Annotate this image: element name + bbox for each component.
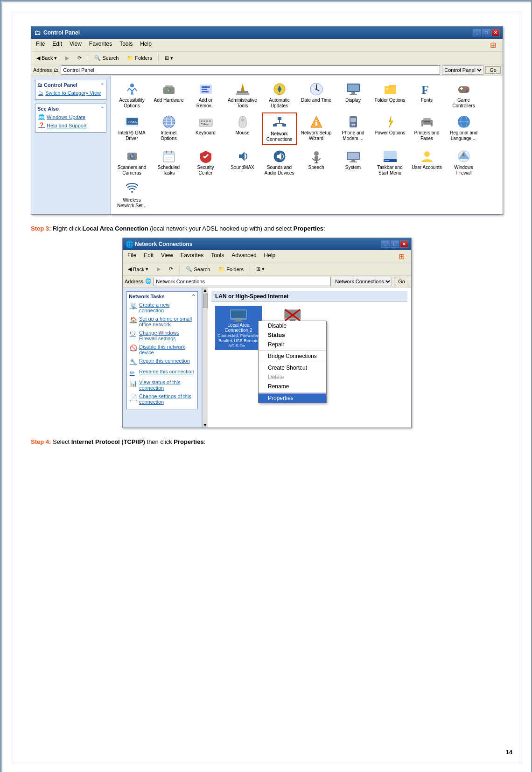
cp-icon-taskbar[interactable]: Taskbar andStart Menu — [372, 147, 407, 178]
ctx-rename[interactable]: Rename — [259, 382, 326, 391]
refresh-button[interactable]: ⟳ — [74, 54, 85, 63]
cp-icon-add-remove[interactable]: Add orRemov... — [188, 80, 223, 111]
ctx-status[interactable]: Status — [259, 330, 326, 340]
go-button[interactable]: Go — [485, 66, 501, 74]
maximize-button[interactable]: □ — [482, 29, 490, 36]
menu-edit[interactable]: Edit — [49, 40, 65, 50]
address-input[interactable] — [61, 65, 440, 75]
net-menu-help[interactable]: Help — [261, 251, 279, 262]
ctx-properties[interactable]: Properties — [259, 393, 326, 403]
cp-icon-wireless-network[interactable]: WirelessNetwork Set... — [114, 180, 149, 211]
net-close-button[interactable]: ✕ — [400, 240, 408, 248]
cp-icon-user-accounts[interactable]: User Accounts — [409, 147, 444, 178]
cp-icon-regional-language[interactable]: Regional andLanguage ... — [446, 112, 481, 145]
cp-icon-network-setup[interactable]: Network SetupWizard — [299, 112, 334, 145]
cp-icon-windows-firewall[interactable]: WindowsFirewall — [446, 147, 481, 178]
forward-arrow-icon: ▶ — [65, 55, 69, 61]
net-task-repair[interactable]: 🔧 Repair this connection — [129, 358, 196, 366]
cp-icon-scheduled-tasks[interactable]: ScheduledTasks — [151, 147, 186, 178]
ctx-repair[interactable]: Repair — [259, 340, 326, 349]
net-forward-button[interactable]: ▶ — [154, 265, 164, 274]
cp-icon-admin-tools[interactable]: AdministrativeTools — [225, 80, 260, 111]
menu-tools[interactable]: Tools — [117, 40, 135, 50]
cp-icon-soundmax[interactable]: SoundMAX — [225, 147, 260, 178]
net-task-view-status[interactable]: 📊 View status of this connection — [129, 379, 196, 391]
net-task-disable[interactable]: 🚫 Disable this network device — [129, 344, 196, 356]
net-sidebar-scrollbar[interactable]: ▲ ▼ — [202, 288, 208, 428]
cp-icon-network-connections[interactable]: NetworkConnections — [262, 112, 297, 145]
net-maximize-button[interactable]: □ — [391, 240, 399, 248]
net-address-input[interactable] — [154, 277, 331, 286]
net-search-button[interactable]: 🔍 Search — [182, 265, 213, 274]
svg-point-67 — [131, 154, 132, 155]
cp-icon-game-controllers[interactable]: GameControllers — [446, 80, 481, 111]
net-menu-file[interactable]: File — [125, 251, 139, 262]
intel-gma-label: Intel(R) GMADriver — [118, 130, 145, 141]
folders-button[interactable]: 📁 Folders — [124, 54, 155, 63]
minimize-button[interactable]: _ — [473, 29, 481, 36]
menu-view[interactable]: View — [67, 40, 84, 50]
fonts-icon: F — [420, 82, 434, 97]
cp-icon-folder-options[interactable]: Folder Options — [372, 80, 407, 111]
net-task-firewall[interactable]: 🛡 Change Windows Firewall settings — [129, 330, 196, 342]
cp-icon-auto-updates[interactable]: AutomaticUpdates — [262, 80, 297, 111]
net-folders-button[interactable]: 📁 Folders — [215, 265, 247, 274]
net-minimize-button[interactable]: _ — [381, 240, 390, 248]
net-task-create[interactable]: 📡 Create a new connection — [129, 302, 196, 314]
net-menu-view[interactable]: View — [158, 251, 176, 262]
address-dropdown[interactable]: Control Panel — [442, 65, 483, 75]
cp-icon-phone-modem[interactable]: Phone andModem ... — [336, 112, 371, 145]
net-menu-favorites[interactable]: Favorites — [178, 251, 206, 262]
view-button[interactable]: ⊞ ▾ — [161, 54, 176, 63]
ctx-create-shortcut[interactable]: Create Shortcut — [259, 363, 326, 372]
cp-icon-keyboard[interactable]: Keyboard — [188, 112, 223, 145]
scrollbar-thumb[interactable] — [203, 294, 208, 308]
ctx-disable[interactable]: Disable — [259, 321, 326, 330]
cp-icon-sounds-audio[interactable]: Sounds andAudio Devices — [262, 147, 297, 178]
switch-category-link[interactable]: 🗂 Switch to Category View — [37, 90, 104, 96]
help-support-link[interactable]: ❓ Help and Support — [37, 122, 104, 129]
back-button[interactable]: ◀ Back ▾ — [33, 54, 60, 63]
cp-icon-display[interactable]: Display — [336, 80, 371, 111]
cp-icon-fonts[interactable]: F Fonts — [409, 80, 444, 111]
forward-button[interactable]: ▶ — [62, 54, 72, 63]
step3-text-2: (local network your ADSL hooked up with)… — [150, 225, 293, 232]
net-back-button[interactable]: ◀ Back ▾ — [125, 265, 152, 274]
net-task-view-status-icon: 📊 — [130, 380, 137, 387]
cp-icon-speech[interactable]: Speech — [299, 147, 334, 178]
net-menu-tools[interactable]: Tools — [208, 251, 227, 262]
user-accounts-label: User Accounts — [412, 165, 441, 170]
menu-favorites[interactable]: Favorites — [86, 40, 115, 50]
svg-rect-59 — [423, 125, 431, 126]
cp-icon-power-options[interactable]: Power Options — [372, 112, 407, 145]
cp-icon-mouse[interactable]: Mouse — [225, 112, 260, 145]
menu-help[interactable]: Help — [137, 40, 154, 50]
svg-rect-38 — [206, 120, 208, 122]
net-menu-advanced[interactable]: Advanced — [229, 251, 259, 262]
svg-rect-18 — [351, 92, 355, 94]
search-button[interactable]: 🔍 Search — [91, 54, 122, 63]
cp-icon-scanners-cameras[interactable]: Scanners andCameras — [114, 147, 149, 178]
ctx-bridge[interactable]: Bridge Connections — [259, 351, 326, 361]
cp-icon-add-hardware[interactable]: + Add Hardware — [151, 80, 186, 111]
cp-icon-system[interactable]: System — [336, 147, 371, 178]
cp-icon-internet-options[interactable]: InternetOptions — [151, 112, 186, 145]
net-task-rename[interactable]: ✏ Rename this connection — [129, 368, 196, 377]
net-go-button[interactable]: Go — [394, 278, 409, 285]
cp-icon-date-time[interactable]: Date and Time — [299, 80, 334, 111]
close-button[interactable]: ✕ — [491, 29, 500, 36]
net-view-button[interactable]: ⊞ ▾ — [253, 265, 268, 274]
net-task-change-settings[interactable]: 📄 Change settings of this connection — [129, 393, 196, 405]
cp-icon-printers-faxes[interactable]: Printers andFaxes — [409, 112, 444, 145]
svg-point-88 — [131, 191, 133, 193]
net-task-setup[interactable]: 🏠 Set up a home or small office network — [129, 316, 196, 328]
cp-icon-security-center[interactable]: SecurityCenter — [188, 147, 223, 178]
cp-icon-intel-gma[interactable]: GMA Intel(R) GMADriver — [114, 112, 149, 145]
net-address-dropdown[interactable]: Network Connections — [333, 277, 392, 286]
menu-file[interactable]: File — [33, 40, 48, 50]
windows-update-link[interactable]: 🌐 Windows Update — [37, 113, 104, 120]
lan-connection-icon[interactable]: Local Area Connection 2Connected, Firewa… — [215, 306, 262, 350]
net-menu-edit[interactable]: Edit — [141, 251, 156, 262]
cp-icon-accessibility[interactable]: AccessibilityOptions — [114, 80, 149, 111]
net-refresh-button[interactable]: ⟳ — [166, 265, 176, 274]
